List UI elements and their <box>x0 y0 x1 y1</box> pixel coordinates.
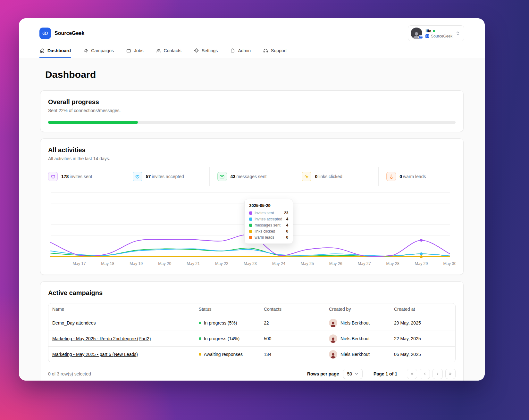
tooltip-swatch <box>249 211 252 215</box>
campaign-link[interactable]: Marketing - May 2025 - Re-do 2nd degree … <box>52 336 151 341</box>
all-activities-card: All activities All activities in the las… <box>40 138 464 275</box>
tooltip-swatch <box>249 224 252 227</box>
next-page-button[interactable] <box>432 369 443 379</box>
created-at: 22 May, 2025 <box>390 331 455 347</box>
home-icon <box>39 48 45 53</box>
active-campaigns-card: Active campaigns Name Status Contacts Cr… <box>40 281 464 381</box>
nav-tab-campaigns[interactable]: Campaigns <box>83 48 114 58</box>
overall-progress-title: Overall progress <box>48 98 456 106</box>
nav-label: Jobs <box>134 48 144 53</box>
invites-sent-icon <box>48 172 58 181</box>
brand-name: SourceGeek <box>55 30 84 36</box>
col-created-by: Created by <box>325 303 390 315</box>
tooltip-label: warm leads <box>255 235 284 240</box>
status-text: Awaiting responses <box>204 352 243 357</box>
activities-subtitle: All activities in the last 14 days. <box>48 156 456 161</box>
lock-icon <box>230 48 235 53</box>
status-dot <box>199 322 201 324</box>
nav-label: Dashboard <box>47 48 71 53</box>
svg-text:May 30: May 30 <box>443 261 456 266</box>
creator-avatar <box>329 350 337 358</box>
svg-text:May 19: May 19 <box>130 261 143 266</box>
creator-avatar <box>329 334 337 343</box>
contacts-count: 134 <box>260 347 325 362</box>
first-page-button[interactable] <box>407 369 417 379</box>
nav-tab-settings[interactable]: Settings <box>194 48 218 58</box>
tooltip-label: invites accepted <box>255 217 284 221</box>
tooltip-value: 4 <box>286 217 289 221</box>
page-title: Dashboard <box>45 69 464 80</box>
nav-tab-jobs[interactable]: Jobs <box>126 48 144 58</box>
table-row[interactable]: Marketing - May 2025 - part 6 (New Leads… <box>48 347 455 362</box>
chevron-right-icon <box>435 372 440 376</box>
svg-text:May 26: May 26 <box>329 261 342 266</box>
headphones-icon <box>263 48 268 53</box>
nav-tab-contacts[interactable]: Contacts <box>156 48 181 58</box>
stat-value: 178 <box>61 174 69 179</box>
chevron-up-down-icon <box>456 31 460 36</box>
table-row[interactable]: Demo_Day attendees In progress (5%) 22 N… <box>48 315 455 331</box>
tooltip-date: 2025-05-29 <box>249 203 288 208</box>
tooltip-value: 4 <box>286 223 289 227</box>
user-org: SourceGeek <box>431 34 452 38</box>
svg-text:May 17: May 17 <box>72 261 86 266</box>
contacts-count: 500 <box>260 331 325 347</box>
activities-chart-area[interactable]: May 17May 18May 19May 20May 21May 22May … <box>40 186 463 275</box>
warm-leads-icon <box>386 172 396 181</box>
svg-text:May 23: May 23 <box>244 261 257 266</box>
page-indicator: Page 1 of 1 <box>374 371 397 376</box>
tooltip-value: 0 <box>286 235 289 240</box>
contacts-count: 22 <box>260 315 325 331</box>
briefcase-icon <box>126 48 131 53</box>
gear-icon <box>194 48 199 53</box>
rows-selected-text: 0 of 3 row(s) selected <box>48 371 307 376</box>
creator-name: Niels Berkhout <box>340 336 370 341</box>
links-clicked-icon <box>302 172 311 181</box>
nav-tab-support[interactable]: Support <box>263 48 287 58</box>
profile-menu-button[interactable]: Ilia SourceGeek <box>408 25 464 41</box>
campaign-link[interactable]: Demo_Day attendees <box>52 320 96 325</box>
table-header-row: Name Status Contacts Created by Created … <box>48 303 455 315</box>
prev-page-button[interactable] <box>420 369 430 379</box>
tooltip-label: links clicked <box>255 229 284 234</box>
svg-text:May 29: May 29 <box>415 261 428 266</box>
activities-title: All activities <box>48 146 456 154</box>
chevrons-right-icon <box>448 372 453 376</box>
campaign-link[interactable]: Marketing - May 2025 - part 6 (New Leads… <box>52 352 138 357</box>
online-status-dot <box>433 30 435 32</box>
svg-text:May 27: May 27 <box>358 261 371 266</box>
org-logo-icon <box>425 34 429 38</box>
nav-tab-admin[interactable]: Admin <box>230 48 251 58</box>
megaphone-icon <box>83 48 88 53</box>
stat-label: links clicked <box>318 174 342 179</box>
rows-per-page-value: 50 <box>347 371 352 376</box>
col-created-at: Created at <box>390 303 455 315</box>
created-at: 06 May, 2025 <box>390 347 455 362</box>
rows-per-page-select[interactable]: 50 <box>343 369 363 379</box>
creator-name: Niels Berkhout <box>340 320 370 325</box>
stat-item: 178invites sent <box>40 167 125 186</box>
tooltip-value: 23 <box>284 211 288 215</box>
invites-accepted-icon <box>133 172 142 181</box>
stat-value: 43 <box>231 174 236 179</box>
tooltip-value: 0 <box>286 229 289 234</box>
status-dot <box>199 353 201 356</box>
table-footer: 0 of 3 row(s) selected Rows per page 50 … <box>48 369 456 379</box>
svg-text:May 22: May 22 <box>215 261 228 266</box>
col-status: Status <box>195 303 260 315</box>
nav-label: Admin <box>238 48 251 53</box>
table-row[interactable]: Marketing - May 2025 - Re-do 2nd degree … <box>48 331 455 347</box>
nav-label: Settings <box>202 48 218 53</box>
chart-tooltip: 2025-05-29 invites sent23 invites accept… <box>244 199 293 244</box>
stat-value: 0 <box>399 174 402 179</box>
stat-item: 57invites accepted <box>125 167 210 186</box>
tooltip-label: invites sent <box>255 211 282 215</box>
overall-progress-card: Overall progress Sent 22% of connections… <box>40 90 464 132</box>
last-page-button[interactable] <box>445 369 456 379</box>
nav-tab-dashboard[interactable]: Dashboard <box>39 48 71 58</box>
stat-item: 43messages sent <box>210 167 294 186</box>
svg-text:May 25: May 25 <box>301 261 314 266</box>
people-icon <box>156 48 161 53</box>
svg-text:May 20: May 20 <box>158 261 171 266</box>
status-text: In progress (14%) <box>204 336 239 341</box>
